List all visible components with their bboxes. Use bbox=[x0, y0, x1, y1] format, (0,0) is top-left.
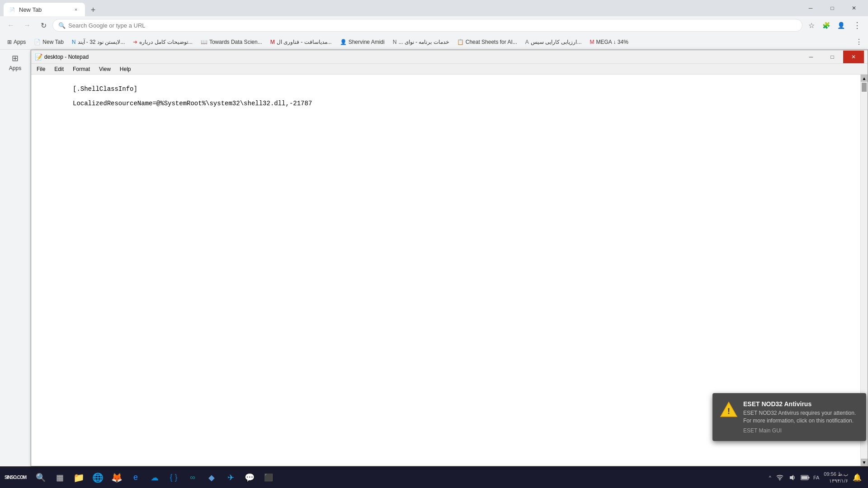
taskbar-search-button[interactable]: 🔍 bbox=[32, 469, 50, 487]
bookmark-cheat[interactable]: 📋 Cheat Sheets for AI... bbox=[453, 36, 521, 48]
address-bar[interactable]: 🔍 bbox=[52, 19, 802, 32]
bookmark-3[interactable]: ➜ توضیحات کامل درباره... bbox=[129, 36, 196, 48]
menu-format[interactable]: Format bbox=[69, 65, 94, 73]
bookmark-shervine[interactable]: 👤 Shervine Amidi bbox=[336, 36, 388, 48]
maximize-button[interactable]: □ bbox=[822, 1, 843, 15]
tray-clock[interactable]: 09:56 ب.ظ ۱۳۹۴/۱/۶ bbox=[822, 471, 850, 484]
eset-notification[interactable]: ! ESET NOD32 Antivirus ESET NOD32 Antivi… bbox=[712, 393, 866, 441]
bookmark-favicon-media: M bbox=[270, 39, 275, 45]
notification-link[interactable]: ESET Main GUI bbox=[743, 427, 859, 434]
taskbar-files-button[interactable]: 📁 bbox=[70, 469, 88, 487]
bookmark-media[interactable]: M مدیاسافت - فناوری ال... bbox=[267, 36, 335, 48]
bookmark-favicon-cheat: 📋 bbox=[457, 39, 464, 45]
taskbar-arduino-button[interactable]: ∞ bbox=[184, 469, 202, 487]
tray-time: 09:56 ب.ظ bbox=[824, 471, 848, 477]
taskbar-telegram-button[interactable]: ✈ bbox=[222, 469, 240, 487]
bookmark-favicon-towards: 📖 bbox=[201, 39, 208, 45]
bookmark-2[interactable]: N لایستن نود 32 - آیند... bbox=[68, 36, 128, 48]
notepad-line1: [.ShellClassInfo] bbox=[73, 85, 137, 93]
svg-rect-5 bbox=[801, 476, 807, 479]
bookmark-label-shervine: Shervine Amidi bbox=[349, 39, 385, 45]
tray-notification-button[interactable]: 🔔 bbox=[852, 472, 863, 483]
notepad-minimize-button[interactable]: ─ bbox=[801, 51, 821, 63]
scroll-down-button[interactable]: ▼ bbox=[861, 459, 868, 466]
apps-label: Apps bbox=[14, 39, 26, 45]
menu-button[interactable]: ⋮ bbox=[850, 18, 864, 33]
bookmark-favicon-mega: M bbox=[590, 39, 594, 45]
sinso-logo-text: SINSO.COM bbox=[5, 475, 26, 480]
bookmark-new-tab[interactable]: 📄 New Tab bbox=[30, 36, 67, 48]
active-tab[interactable]: 📄 New Tab × bbox=[4, 3, 85, 16]
sidebar-toggle-icon[interactable]: ⋮ bbox=[854, 37, 864, 47]
svg-point-2 bbox=[779, 479, 780, 480]
taskbar-chrome-button[interactable]: 🌐 bbox=[89, 469, 107, 487]
apps-bookmark[interactable]: ⊞ Apps bbox=[4, 36, 29, 48]
apps-sidebar-label: Apps bbox=[9, 65, 21, 71]
warning-triangle-icon: ! bbox=[720, 401, 738, 418]
notification-warning-area: ! bbox=[720, 400, 738, 418]
taskbar-blue-button[interactable]: ◆ bbox=[203, 469, 221, 487]
extensions-puzzle-icon[interactable]: 🧩 bbox=[822, 22, 830, 29]
bookmark-label-arziyabi: ارزیابی کارایی سیس... bbox=[531, 39, 582, 45]
profile-button[interactable]: 👤 bbox=[834, 18, 848, 33]
sinso-logo[interactable]: SINSO.COM bbox=[2, 469, 29, 487]
reload-button[interactable]: ↻ bbox=[36, 18, 51, 33]
chrome-window: 📄 New Tab × + ─ □ ✕ ← → ↻ 🔍 ☆ 🧩 👤 ⋮ bbox=[0, 0, 868, 488]
notification-title: ESET NOD32 Antivirus bbox=[743, 400, 859, 408]
notification-body: ESET NOD32 Antivirus requires your atten… bbox=[743, 409, 859, 425]
svg-marker-3 bbox=[790, 475, 793, 480]
bookmark-star-button[interactable]: ☆ bbox=[804, 18, 819, 33]
bookmark-label-mega: MEGA ↓ 34% bbox=[596, 39, 628, 45]
taskbar-task-view-button[interactable]: ▦ bbox=[51, 469, 69, 487]
tab-title: New Tab bbox=[19, 6, 69, 13]
bookmark-mega[interactable]: M MEGA ↓ 34% bbox=[586, 36, 632, 48]
bookmarks-bar: ⊞ Apps 📄 New Tab N لایستن نود 32 - آیند.… bbox=[0, 34, 868, 50]
taskbar-firefox-button[interactable]: 🦊 bbox=[108, 469, 126, 487]
bookmark-label-1: New Tab bbox=[42, 39, 63, 45]
menu-file[interactable]: File bbox=[33, 65, 49, 73]
apps-grid-icon: ⊞ bbox=[7, 39, 12, 45]
tab-favicon: 📄 bbox=[9, 6, 15, 13]
bookmark-label-2: لایستن نود 32 - آیند... bbox=[78, 39, 125, 45]
bookmark-favicon-shervine: 👤 bbox=[340, 39, 347, 45]
notepad-line2: LocalizedResourceName=@%SystemRoot%\syst… bbox=[73, 100, 312, 107]
close-button[interactable]: ✕ bbox=[844, 1, 864, 15]
forward-button[interactable]: → bbox=[20, 18, 34, 33]
bookmark-towards[interactable]: 📖 Towards Data Scien... bbox=[197, 36, 266, 48]
taskbar-green-button[interactable]: 💬 bbox=[241, 469, 259, 487]
tray-network-icon[interactable] bbox=[774, 472, 785, 483]
notepad-title-bar: 📝 desktop - Notepad ─ □ ✕ bbox=[31, 50, 868, 64]
bookmark-favicon-2: N bbox=[72, 39, 76, 45]
system-tray: ^ bbox=[764, 471, 866, 484]
taskbar-cmd-button[interactable]: ⬛ bbox=[259, 469, 278, 487]
bookmark-arziyabi[interactable]: A ارزیابی کارایی سیس... bbox=[522, 36, 585, 48]
new-tab-button[interactable]: + bbox=[87, 4, 99, 16]
tray-keyboard-layout[interactable]: FA bbox=[812, 475, 820, 480]
tray-volume-icon[interactable] bbox=[787, 472, 798, 483]
scroll-up-button[interactable]: ▲ bbox=[861, 75, 868, 82]
back-button[interactable]: ← bbox=[4, 18, 18, 33]
scroll-thumb[interactable] bbox=[862, 83, 867, 92]
show-hidden-tray-button[interactable]: ^ bbox=[768, 475, 773, 480]
svg-text:!: ! bbox=[727, 407, 730, 416]
notepad-app-icon: 📝 bbox=[35, 53, 42, 61]
notepad-close-button[interactable]: ✕ bbox=[843, 51, 864, 63]
taskbar-azure-button[interactable]: ☁ bbox=[146, 469, 164, 487]
title-bar: 📄 New Tab × + ─ □ ✕ bbox=[0, 0, 868, 16]
bookmark-navay[interactable]: N ... خدمات برنامه - نوای bbox=[389, 36, 453, 48]
menu-view[interactable]: View bbox=[95, 65, 114, 73]
taskbar-ie-button[interactable]: e bbox=[127, 469, 145, 487]
menu-help[interactable]: Help bbox=[116, 65, 135, 73]
minimize-button[interactable]: ─ bbox=[800, 1, 821, 15]
notification-text-area: ESET NOD32 Antivirus ESET NOD32 Antiviru… bbox=[743, 400, 859, 434]
tray-date: ۱۳۹۴/۱/۶ bbox=[829, 478, 848, 484]
bookmark-label-media: مدیاسافت - فناوری ال... bbox=[277, 39, 332, 45]
tray-battery-icon[interactable] bbox=[800, 472, 811, 483]
taskbar-vscode-button[interactable]: { } bbox=[165, 469, 183, 487]
menu-edit[interactable]: Edit bbox=[51, 65, 67, 73]
notepad-menu: File Edit Format View Help bbox=[31, 64, 868, 75]
tab-close-button[interactable]: × bbox=[72, 6, 80, 13]
search-input[interactable] bbox=[68, 22, 797, 29]
tab-strip: 📄 New Tab × + bbox=[4, 0, 797, 16]
notepad-maximize-button[interactable]: □ bbox=[822, 51, 843, 63]
